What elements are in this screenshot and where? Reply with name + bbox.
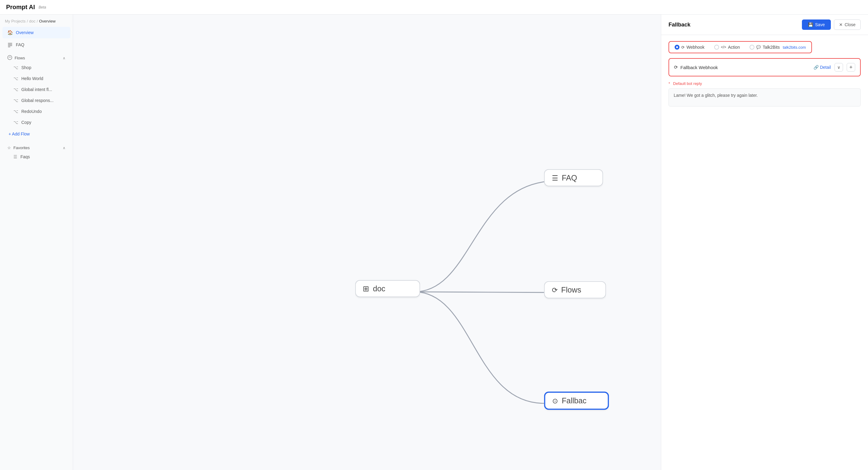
panel-title: Fallback xyxy=(669,22,690,28)
add-flow-button[interactable]: + Add Flow xyxy=(2,129,70,139)
sidebar-item-overview[interactable]: 🏠 Overview xyxy=(2,27,70,38)
radio-option-action[interactable]: </> Action xyxy=(710,43,744,52)
radio-option-talk2bits[interactable]: 💬 Talk2Bits talk2bits.com xyxy=(745,43,810,52)
canvas-node-doc[interactable]: ⊞ doc xyxy=(355,280,420,304)
sidebar-item-hello-world[interactable]: ⌥ Hello World xyxy=(2,73,70,84)
app-logo: Prompt AI xyxy=(6,4,35,11)
doc-label: doc xyxy=(373,284,385,293)
svg-point-4 xyxy=(8,56,12,60)
breadcrumb: My Projects / doc / Overview xyxy=(0,14,73,27)
beta-badge: Beta xyxy=(39,5,46,9)
grid-icon: ⊞ xyxy=(363,284,369,293)
default-reply-label: Default bot reply xyxy=(669,81,861,86)
flows-section-title: Flows xyxy=(7,55,25,61)
favorites-label: Favorites xyxy=(13,145,30,150)
sidebar-item-overview-label: Overview xyxy=(16,30,33,35)
fallback-canvas-label: Fallbac xyxy=(562,396,586,405)
sidebar-item-copy[interactable]: ⌥ Copy xyxy=(2,117,70,128)
webhook-actions: 🔗 Detail ∨ + xyxy=(813,63,855,71)
flows-icon xyxy=(7,55,12,61)
sidebar-item-global-response[interactable]: ⌥ Global respons... xyxy=(2,95,70,106)
sidebar-item-faq[interactable]: FAQ xyxy=(2,39,70,51)
add-flow-label: + Add Flow xyxy=(8,132,30,136)
radio-option-webhook[interactable]: ⟳ Webhook xyxy=(670,43,709,52)
flows-section-header: Flows ∧ xyxy=(2,52,70,62)
panel-content: ⟳ Webhook </> Action 💬 Talk2Bits talk2bi… xyxy=(661,35,868,113)
sidebar-item-global-intent-label: Global intent fl... xyxy=(21,87,52,92)
faq-canvas-label: FAQ xyxy=(562,173,577,182)
radio-dot-action xyxy=(714,45,719,49)
main-layout: My Projects / doc / Overview 🏠 Overview … xyxy=(0,14,868,470)
sidebar-item-shop[interactable]: ⌥ Shop xyxy=(2,62,70,73)
detail-link[interactable]: 🔗 Detail xyxy=(813,65,831,70)
save-button[interactable]: 💾 Save xyxy=(802,20,831,30)
breadcrumb-sep1: / xyxy=(27,19,28,24)
right-panel: Fallback 💾 Save ✕ Close ⟳ Webh xyxy=(661,14,868,470)
default-reply-value[interactable]: Lame! We got a glitch, please try again … xyxy=(669,88,861,106)
sidebar-item-redoundo-label: RedoUndo xyxy=(21,109,42,114)
breadcrumb-my-projects[interactable]: My Projects xyxy=(5,19,26,24)
list-icon: ☰ xyxy=(13,154,18,159)
sidebar-item-faqs-label: Faqs xyxy=(21,154,30,159)
close-button[interactable]: ✕ Close xyxy=(834,20,861,30)
webhook-box: ⟳ Fallback Webhook 🔗 Detail ∨ + xyxy=(669,58,861,76)
radio-talk2bits-label: Talk2Bits xyxy=(763,45,780,49)
webhook-icon: ⟳ xyxy=(681,45,685,49)
panel-header: Fallback 💾 Save ✕ Close xyxy=(661,14,868,35)
favorites-chevron-icon[interactable]: ∧ xyxy=(63,146,65,150)
path-doc-faq xyxy=(414,181,556,292)
star-icon: ☆ xyxy=(7,145,11,150)
canvas-node-faq[interactable]: ☰ FAQ xyxy=(544,169,603,191)
breadcrumb-doc[interactable]: doc xyxy=(29,19,36,24)
breadcrumb-overview: Overview xyxy=(39,19,56,24)
app-header: Prompt AI Beta xyxy=(0,0,868,14)
svg-rect-3 xyxy=(8,46,10,47)
sidebar-item-faq-label: FAQ xyxy=(16,42,24,47)
flows-canvas-label: Flows xyxy=(561,285,581,294)
radio-dot-webhook xyxy=(675,45,680,49)
webhook-box-icon: ⟳ xyxy=(674,65,678,70)
close-label: Close xyxy=(844,22,856,27)
save-icon: 💾 xyxy=(808,22,813,27)
sidebar-item-faqs[interactable]: ☰ Faqs xyxy=(2,152,70,162)
add-button[interactable]: + xyxy=(847,63,855,71)
radio-action-label: Action xyxy=(728,45,740,49)
flow-branch-icon3: ⌥ xyxy=(13,87,18,92)
sidebar-item-global-intent[interactable]: ⌥ Global intent fl... xyxy=(2,84,70,95)
svg-rect-2 xyxy=(8,45,12,46)
chevron-down-icon: ∨ xyxy=(837,65,840,70)
canvas-area: ⊞ doc ☰ FAQ ⟳ Flows xyxy=(73,14,661,470)
svg-rect-0 xyxy=(8,43,12,43)
flow-branch-icon5: ⌥ xyxy=(13,109,18,114)
faq-icon xyxy=(7,42,13,47)
webhook-label: ⟳ Fallback Webhook xyxy=(674,65,718,70)
link-icon: 🔗 xyxy=(813,65,819,70)
flow-branch-icon4: ⌥ xyxy=(13,98,18,103)
canvas-svg: ⊞ doc ☰ FAQ ⟳ Flows xyxy=(73,14,661,470)
fallback-icon: ⊙ xyxy=(552,397,558,405)
radio-dot-talk2bits xyxy=(749,45,754,49)
path-doc-fallback xyxy=(414,292,544,403)
breadcrumb-sep2: / xyxy=(37,19,38,24)
sidebar-item-global-response-label: Global respons... xyxy=(21,98,54,103)
expand-button[interactable]: ∨ xyxy=(835,63,843,71)
action-icon: </> xyxy=(721,45,726,49)
flows-chevron-icon[interactable]: ∧ xyxy=(63,56,65,60)
default-reply-section: Default bot reply Lame! We got a glitch,… xyxy=(669,81,861,106)
flows-label: Flows xyxy=(14,56,25,60)
radio-webhook-label: Webhook xyxy=(686,45,705,49)
radio-group: ⟳ Webhook </> Action 💬 Talk2Bits talk2bi… xyxy=(669,41,812,53)
save-label: Save xyxy=(815,22,825,27)
detail-label: Detail xyxy=(820,65,831,70)
flow-branch-icon2: ⌥ xyxy=(13,76,18,81)
sidebar-item-redoundo[interactable]: ⌥ RedoUndo xyxy=(2,106,70,116)
default-reply-text: Default bot reply xyxy=(673,81,702,86)
flow-branch-icon6: ⌥ xyxy=(13,120,18,125)
canvas-node-fallback[interactable]: ⊙ Fallbac xyxy=(544,392,609,415)
talk2bits-icon: 💬 xyxy=(756,45,761,49)
path-doc-flows xyxy=(414,292,544,293)
canvas-node-flows[interactable]: ⟳ Flows xyxy=(544,281,606,303)
sidebar-item-copy-label: Copy xyxy=(21,120,31,125)
talk2bits-link[interactable]: talk2bits.com xyxy=(783,45,806,49)
favorites-section-header: ☆ Favorites ∧ xyxy=(2,142,70,151)
